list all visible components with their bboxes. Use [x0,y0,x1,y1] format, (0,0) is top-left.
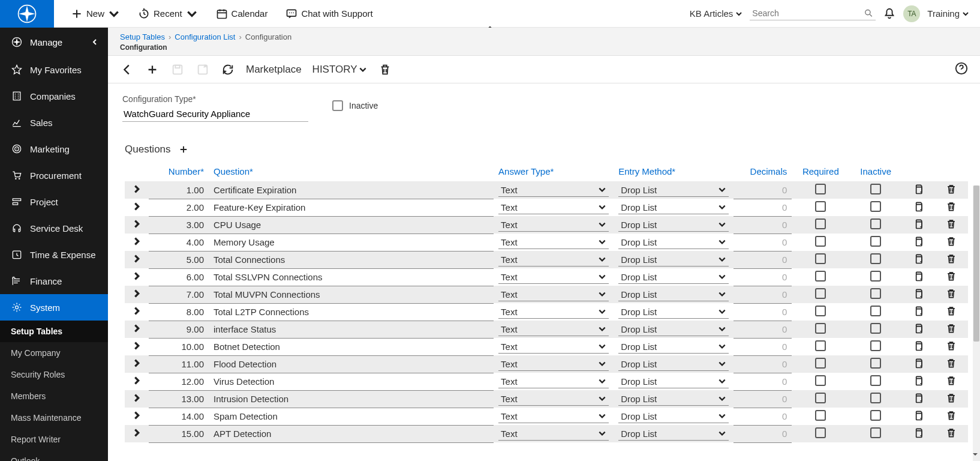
sidebar-item-sales[interactable]: Sales [0,109,108,136]
delete-row-button[interactable] [935,390,968,408]
question-cell[interactable]: Spam Detection [209,408,494,425]
decimals-cell[interactable]: 0 [734,234,792,251]
delete-row-button[interactable] [935,408,968,425]
sidebar-item-procurement[interactable]: Procurement [0,162,108,188]
question-cell[interactable]: Feature-Key Expiration [209,199,494,216]
answer-type-select[interactable]: Text [494,321,614,338]
scrollbar-thumb[interactable] [973,185,979,342]
inactive-checkbox[interactable] [849,286,902,303]
required-checkbL[interactable] [792,286,849,303]
answer-type-select[interactable]: Text [494,355,614,373]
copy-row-button[interactable] [902,425,935,442]
entry-method-select[interactable]: Drop List [614,355,734,373]
inactive-checkbox[interactable] [849,251,902,268]
col-required[interactable]: Required [792,164,849,181]
decimals-cell[interactable]: 0 [734,251,792,268]
expand-row-button[interactable] [125,181,149,199]
back-button[interactable] [120,62,134,77]
question-cell[interactable]: Intrusion Detection [209,390,494,408]
number-cell[interactable]: 8.00 [149,303,209,321]
required-checkbL[interactable] [792,373,849,390]
decimals-cell[interactable]: 0 [734,408,792,425]
delete-button[interactable] [378,62,392,77]
answer-type-select[interactable]: Text [494,286,614,303]
copy-row-button[interactable] [902,355,935,373]
inactive-checkbox[interactable] [849,234,902,251]
question-cell[interactable]: APT Detection [209,425,494,442]
delete-row-button[interactable] [935,286,968,303]
entry-method-select[interactable]: Drop List [614,199,734,216]
sidebar-sub-setup-tables[interactable]: Setup Tables [0,321,108,342]
inactive-checkbox[interactable] [849,425,902,442]
table-scrollbar[interactable] [973,185,980,461]
answer-type-select[interactable]: Text [494,303,614,321]
decimals-cell[interactable]: 0 [734,338,792,355]
required-checkbL[interactable] [792,321,849,338]
required-checkbL[interactable] [792,216,849,234]
decimals-cell[interactable]: 0 [734,181,792,199]
inactive-checkbox[interactable] [849,373,902,390]
entry-method-select[interactable]: Drop List [614,216,734,234]
decimals-cell[interactable]: 0 [734,268,792,286]
expand-row-button[interactable] [125,373,149,390]
collapse-sidebar-icon[interactable] [91,38,98,46]
number-cell[interactable]: 6.00 [149,268,209,286]
question-cell[interactable]: Total SSLVPN Connections [209,268,494,286]
required-checkbL[interactable] [792,390,849,408]
search-box[interactable] [750,7,876,20]
sidebar-item-my-favorites[interactable]: My Favorites [0,56,108,83]
inactive-checkbox[interactable] [849,321,902,338]
sidebar-sub-mass-maintenance[interactable]: Mass Maintenance [0,407,108,429]
decimals-cell[interactable]: 0 [734,303,792,321]
delete-row-button[interactable] [935,268,968,286]
answer-type-select[interactable]: Text [494,373,614,390]
copy-row-button[interactable] [902,373,935,390]
sidebar-sub-security-roles[interactable]: Security Roles [0,364,108,385]
delete-row-button[interactable] [935,425,968,442]
number-cell[interactable]: 14.00 [149,408,209,425]
delete-row-button[interactable] [935,216,968,234]
sidebar-sub-outlook[interactable]: Outlook [0,450,108,461]
delete-row-button[interactable] [935,373,968,390]
answer-type-select[interactable]: Text [494,425,614,442]
required-checkbL[interactable] [792,355,849,373]
expand-row-button[interactable] [125,286,149,303]
delete-row-button[interactable] [935,355,968,373]
answer-type-select[interactable]: Text [494,199,614,216]
decimals-cell[interactable]: 0 [734,286,792,303]
required-checkbL[interactable] [792,268,849,286]
breadcrumb-link[interactable]: Setup Tables [120,32,165,41]
question-cell[interactable]: Total MUVPN Connections [209,286,494,303]
inactive-checkbox[interactable] [849,355,902,373]
copy-row-button[interactable] [902,234,935,251]
expand-row-button[interactable] [125,268,149,286]
entry-method-select[interactable]: Drop List [614,373,734,390]
number-cell[interactable]: 9.00 [149,321,209,338]
chat-button[interactable]: Chat with Support [285,8,372,20]
expand-row-button[interactable] [125,303,149,321]
entry-method-select[interactable]: Drop List [614,303,734,321]
answer-type-select[interactable]: Text [494,268,614,286]
sidebar-sub-report-writer[interactable]: Report Writer [0,429,108,450]
answer-type-select[interactable]: Text [494,234,614,251]
entry-method-select[interactable]: Drop List [614,338,734,355]
brand-logo[interactable] [0,0,54,28]
copy-row-button[interactable] [902,216,935,234]
question-cell[interactable]: Total L2TP Connections [209,303,494,321]
number-cell[interactable]: 4.00 [149,234,209,251]
delete-row-button[interactable] [935,303,968,321]
number-cell[interactable]: 13.00 [149,390,209,408]
inactive-checkbox[interactable] [849,338,902,355]
save-close-button[interactable] [196,62,210,77]
kb-articles-dropdown[interactable]: KB Articles [690,8,743,19]
expand-row-button[interactable] [125,321,149,338]
inactive-checkbox[interactable] [849,390,902,408]
entry-method-select[interactable]: Drop List [614,425,734,442]
decimals-cell[interactable]: 0 [734,321,792,338]
inactive-checkbox[interactable] [332,100,343,111]
entry-method-select[interactable]: Drop List [614,181,734,199]
copy-row-button[interactable] [902,199,935,216]
sidebar-item-marketing[interactable]: Marketing [0,136,108,162]
entry-method-select[interactable]: Drop List [614,321,734,338]
copy-row-button[interactable] [902,286,935,303]
